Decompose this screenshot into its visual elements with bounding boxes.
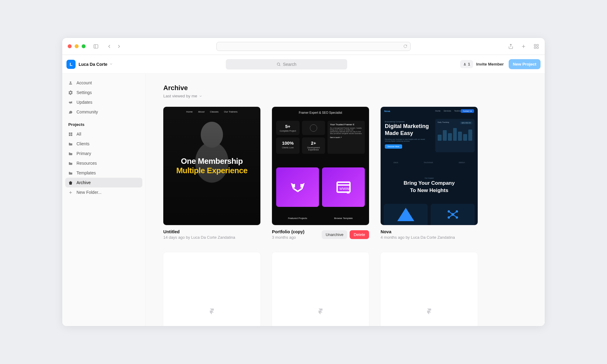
project-thumbnail: Home About Classes Our Trainers One Memb… bbox=[163, 107, 260, 225]
svg-point-25 bbox=[448, 217, 449, 218]
chevron-down-icon[interactable] bbox=[109, 62, 113, 67]
invite-member-button[interactable]: Invite Member bbox=[476, 62, 504, 66]
project-card[interactable] bbox=[381, 252, 478, 326]
tabs-overview-icon[interactable] bbox=[533, 43, 539, 49]
delete-button[interactable]: Delete bbox=[350, 230, 369, 239]
project-card[interactable] bbox=[272, 252, 369, 326]
sidebar-toggle-icon[interactable] bbox=[93, 43, 99, 49]
sidebar-item-label: Clients bbox=[76, 141, 90, 146]
sidebar-item-label: Updates bbox=[76, 100, 92, 105]
svg-rect-5 bbox=[534, 44, 536, 46]
svg-rect-7 bbox=[534, 47, 536, 48]
project-title: Nova bbox=[381, 229, 478, 234]
project-card[interactable]: Home About Classes Our Trainers One Memb… bbox=[163, 107, 260, 240]
plus-icon bbox=[68, 190, 73, 195]
sidebar-item-archive[interactable]: Archive bbox=[65, 178, 142, 187]
sidebar-item-settings[interactable]: Settings bbox=[65, 88, 142, 97]
person-icon bbox=[463, 62, 466, 66]
project-meta: 3 months ago bbox=[272, 235, 319, 240]
sidebar-item-clients[interactable]: Clients bbox=[65, 139, 142, 149]
refresh-icon[interactable] bbox=[403, 44, 407, 48]
project-card[interactable]: Nova HomeServicesTestimonialsPricing Con… bbox=[381, 107, 478, 240]
sidebar-item-account[interactable]: Account bbox=[65, 78, 142, 88]
search-input[interactable]: Search bbox=[226, 59, 347, 69]
sidebar-item-all[interactable]: All bbox=[65, 129, 142, 139]
svg-line-10 bbox=[280, 65, 280, 66]
svg-rect-0 bbox=[94, 45, 98, 48]
sidebar-item-primary[interactable]: Primary bbox=[65, 149, 142, 158]
address-bar-container bbox=[125, 42, 502, 51]
sidebar-item-community[interactable]: Community bbox=[65, 107, 142, 117]
search-placeholder: Search bbox=[283, 62, 296, 67]
project-thumbnail-empty bbox=[381, 252, 478, 326]
framer-icon bbox=[317, 308, 324, 315]
folder-icon bbox=[68, 142, 73, 146]
person-icon bbox=[68, 81, 73, 85]
sidebar-item-new-folder[interactable]: New Folder... bbox=[65, 187, 142, 197]
sidebar-item-label: Templates bbox=[76, 170, 96, 175]
back-icon[interactable] bbox=[106, 43, 112, 49]
sidebar-item-label: Resources bbox=[76, 161, 97, 166]
sidebar-item-label: Settings bbox=[76, 90, 92, 95]
sort-dropdown[interactable]: Last viewed by me bbox=[163, 94, 527, 98]
titlebar bbox=[62, 38, 545, 55]
workspace-name[interactable]: Luca Da Corte bbox=[79, 62, 107, 67]
chat-icon bbox=[68, 110, 73, 114]
sort-label: Last viewed by me bbox=[163, 94, 197, 98]
close-window-icon[interactable] bbox=[68, 44, 72, 48]
svg-rect-6 bbox=[537, 44, 538, 46]
sidebar-item-label: Primary bbox=[76, 151, 91, 156]
sidebar-heading-projects: Projects bbox=[65, 117, 142, 129]
project-card[interactable] bbox=[163, 252, 260, 326]
forward-icon[interactable] bbox=[116, 43, 122, 49]
workspace-avatar[interactable]: L bbox=[66, 60, 76, 69]
share-icon[interactable] bbox=[508, 43, 514, 49]
unarchive-button[interactable]: Unarchive bbox=[322, 230, 348, 239]
project-thumbnail: Framer Expert & SEO Specialist 5+Complet… bbox=[272, 107, 369, 225]
project-thumbnail-empty bbox=[163, 252, 260, 326]
svg-point-26 bbox=[456, 217, 457, 218]
new-tab-icon[interactable] bbox=[521, 43, 527, 49]
sidebar-item-templates[interactable]: Templates bbox=[65, 168, 142, 178]
svg-point-23 bbox=[448, 211, 449, 212]
project-card[interactable]: Framer Expert & SEO Specialist 5+Complet… bbox=[272, 107, 369, 240]
folder-icon bbox=[68, 151, 73, 156]
framer-icon bbox=[208, 308, 216, 315]
sidebar: Account Settings Updates Community Proje… bbox=[62, 74, 146, 326]
svg-point-24 bbox=[456, 211, 457, 212]
minimize-window-icon[interactable] bbox=[75, 44, 79, 48]
search-icon bbox=[276, 62, 281, 66]
project-title: Portfolio (copy) bbox=[272, 229, 319, 234]
project-grid: Home About Classes Our Trainers One Memb… bbox=[163, 107, 527, 326]
project-meta: 14 days ago by Luca Da Corte Zandatina bbox=[163, 235, 260, 240]
svg-text:WWW: WWW bbox=[339, 187, 349, 190]
svg-rect-14 bbox=[71, 134, 72, 136]
main-content: Archive Last viewed by me Home About Cla… bbox=[146, 74, 545, 326]
maximize-window-icon[interactable] bbox=[82, 44, 86, 48]
project-thumbnail: Nova HomeServicesTestimonialsPricing Con… bbox=[381, 107, 478, 225]
app-bar: L Luca Da Corte Search 1 Invite Member N… bbox=[62, 55, 545, 74]
members-count[interactable]: 1 bbox=[460, 60, 473, 68]
grid-icon bbox=[68, 132, 73, 136]
svg-rect-8 bbox=[537, 47, 538, 48]
sidebar-item-label: Archive bbox=[76, 180, 91, 185]
svg-rect-13 bbox=[69, 134, 70, 136]
project-title: Untitled bbox=[163, 229, 260, 234]
sidebar-item-label: Community bbox=[76, 110, 98, 114]
sidebar-item-resources[interactable]: Resources bbox=[65, 158, 142, 168]
app-window: L Luca Da Corte Search 1 Invite Member N… bbox=[62, 38, 545, 326]
project-meta: 4 months ago by Luca Da Corte Zandatina bbox=[381, 235, 478, 240]
gear-icon bbox=[68, 90, 73, 95]
sidebar-item-label: New Folder... bbox=[76, 190, 101, 195]
sidebar-item-updates[interactable]: Updates bbox=[65, 97, 142, 107]
trash-icon bbox=[68, 180, 73, 185]
address-bar[interactable] bbox=[216, 42, 411, 51]
new-project-button[interactable]: New Project bbox=[509, 59, 541, 69]
sidebar-item-label: All bbox=[76, 132, 81, 136]
project-thumbnail-empty bbox=[272, 252, 369, 326]
folder-icon bbox=[68, 161, 73, 166]
svg-point-9 bbox=[277, 63, 280, 65]
traffic-lights bbox=[68, 44, 86, 48]
folder-icon bbox=[68, 171, 73, 175]
page-title: Archive bbox=[163, 84, 527, 92]
